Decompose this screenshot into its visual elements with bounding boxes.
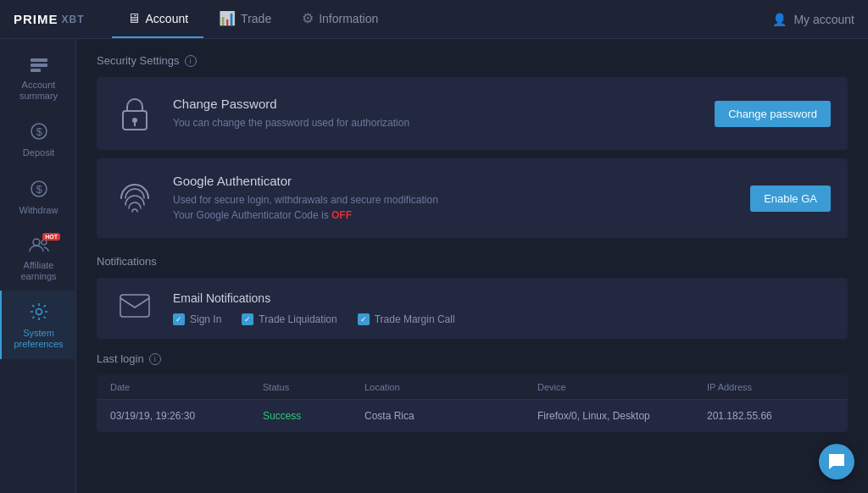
sidebar: Accountsummary $ Deposit $ Withdraw HOT (0, 39, 76, 493)
logo-prime: PRIME (14, 12, 58, 26)
trade-tab-icon: 📊 (219, 10, 236, 26)
svg-point-9 (36, 309, 42, 315)
google-auth-desc-line1: Used for secure login, withdrawals and s… (173, 194, 438, 206)
change-password-body: Change Password You can change the passw… (173, 97, 698, 130)
notifications-section: Notifications Email Notifications ✓ Sign… (97, 255, 848, 339)
checkbox-trade-liq-box[interactable]: ✓ (242, 313, 253, 325)
enable-ga-action: Enable GA (750, 186, 831, 212)
sidebar-item-affiliate-earnings[interactable]: HOT Affiliateearnings (0, 224, 75, 291)
email-notifications-body: Email Notifications ✓ Sign In ✓ Trade Li… (173, 291, 455, 325)
email-notifications-title: Email Notifications (173, 291, 455, 305)
svg-text:$: $ (36, 125, 42, 138)
col-ip: IP Address (707, 382, 834, 392)
sidebar-item-system-preferences[interactable]: Systempreferences (0, 291, 75, 358)
checkbox-trade-liq-label: Trade Liquidation (259, 313, 337, 325)
system-prefs-icon (30, 302, 48, 324)
checkbox-sign-in-label: Sign In (190, 313, 221, 325)
row-status: Success (263, 410, 364, 422)
security-title-text: Security Settings (97, 54, 180, 67)
sidebar-item-deposit[interactable]: $ Deposit (0, 110, 75, 167)
col-location: Location (364, 382, 537, 392)
svg-point-7 (33, 239, 40, 246)
my-account-link[interactable]: 👤 My account (772, 13, 854, 26)
col-date: Date (110, 382, 263, 392)
hot-badge: HOT (42, 233, 60, 241)
sidebar-item-account-summary[interactable]: Accountsummary (0, 46, 75, 110)
row-ip: 201.182.55.66 (707, 410, 834, 422)
account-user-icon: 👤 (772, 13, 787, 26)
sidebar-item-withdraw[interactable]: $ Withdraw (0, 168, 75, 224)
col-status: Status (263, 382, 364, 392)
notifications-section-title: Notifications (97, 255, 848, 268)
email-notifications-card: Email Notifications ✓ Sign In ✓ Trade Li… (97, 278, 848, 339)
nav-tab-information-label: Information (319, 12, 378, 25)
row-date: 03/19/19, 19:26:30 (110, 410, 263, 422)
lock-icon (114, 92, 156, 135)
checkbox-trade-margin-box[interactable]: ✓ (358, 313, 370, 325)
svg-text:$: $ (36, 183, 42, 196)
svg-point-11 (132, 118, 137, 123)
svg-rect-13 (120, 295, 149, 317)
table-header: Date Status Location Device IP Address (97, 375, 848, 399)
table-row: 03/19/19, 19:26:30 Success Costa Rica Fi… (97, 399, 848, 432)
checkbox-sign-in[interactable]: ✓ Sign In (173, 313, 221, 325)
sidebar-label-affiliate: Affiliateearnings (20, 260, 56, 282)
checkbox-trade-margin[interactable]: ✓ Trade Margin Call (358, 313, 455, 325)
content-area: Security Settings i Change Password You … (76, 39, 868, 493)
checkbox-trade-margin-label: Trade Margin Call (375, 313, 455, 325)
nav-tab-trade[interactable]: 📊 Trade (203, 0, 287, 38)
logo-xbt: XBT (62, 14, 85, 25)
google-auth-card: Google Authenticator Used for secure log… (97, 158, 848, 238)
account-summary-icon (30, 58, 48, 75)
account-tab-icon: 🖥 (127, 11, 141, 26)
sidebar-label-account-summary: Accountsummary (19, 80, 58, 102)
change-password-title: Change Password (173, 97, 698, 111)
chat-button[interactable] (819, 444, 854, 479)
last-login-table: Date Status Location Device IP Address 0… (97, 375, 848, 432)
notification-checkboxes: ✓ Sign In ✓ Trade Liquidation ✓ Trade Ma… (173, 313, 455, 325)
svg-rect-2 (31, 69, 41, 72)
top-nav: PRIME XBT 🖥 Account 📊 Trade ⚙ Informatio… (0, 0, 868, 39)
change-password-desc: You can change the password used for aut… (173, 115, 698, 130)
nav-tabs: 🖥 Account 📊 Trade ⚙ Information (112, 0, 773, 38)
deposit-icon: $ (30, 122, 48, 143)
nav-tab-information[interactable]: ⚙ Information (287, 0, 393, 38)
notifications-title-text: Notifications (97, 255, 157, 268)
change-password-card: Change Password You can change the passw… (97, 77, 848, 150)
google-auth-title: Google Authenticator (173, 174, 733, 188)
sidebar-label-withdraw: Withdraw (19, 205, 58, 216)
info-tab-icon: ⚙ (302, 10, 314, 26)
last-login-info-icon: i (149, 353, 161, 365)
nav-tab-trade-label: Trade (241, 12, 271, 25)
withdraw-icon: $ (30, 180, 48, 201)
checkbox-sign-in-box[interactable]: ✓ (173, 313, 185, 325)
email-icon (114, 294, 156, 324)
google-auth-desc-line2-prefix: Your Google Authenticator Code is (173, 209, 331, 221)
security-section-title: Security Settings i (97, 54, 848, 67)
checkbox-trade-liquidation[interactable]: ✓ Trade Liquidation (242, 313, 337, 325)
change-password-button[interactable]: Change password (715, 101, 831, 127)
row-device: Firefox/0, Linux, Desktop (537, 410, 707, 422)
svg-rect-0 (31, 58, 47, 62)
change-password-action: Change password (715, 101, 831, 127)
google-auth-desc: Used for secure login, withdrawals and s… (173, 192, 733, 223)
row-location: Costa Rica (364, 410, 537, 422)
svg-rect-1 (31, 64, 47, 67)
sidebar-label-system-prefs: Systempreferences (14, 328, 63, 350)
nav-tab-account[interactable]: 🖥 Account (112, 0, 204, 38)
google-auth-status: OFF (331, 209, 352, 221)
last-login-section: Last login i Date Status Location Device… (97, 352, 848, 432)
fingerprint-icon (114, 177, 156, 219)
sidebar-label-deposit: Deposit (23, 147, 54, 158)
google-auth-body: Google Authenticator Used for secure log… (173, 174, 733, 223)
last-login-title-text: Last login (97, 352, 144, 365)
main-layout: Accountsummary $ Deposit $ Withdraw HOT (0, 39, 868, 493)
my-account-label: My account (793, 13, 854, 26)
logo: PRIME XBT (14, 12, 85, 26)
security-info-icon: i (185, 55, 197, 67)
last-login-title: Last login i (97, 352, 848, 365)
col-device: Device (537, 382, 707, 392)
enable-ga-button[interactable]: Enable GA (750, 186, 831, 212)
nav-tab-account-label: Account (146, 12, 189, 25)
